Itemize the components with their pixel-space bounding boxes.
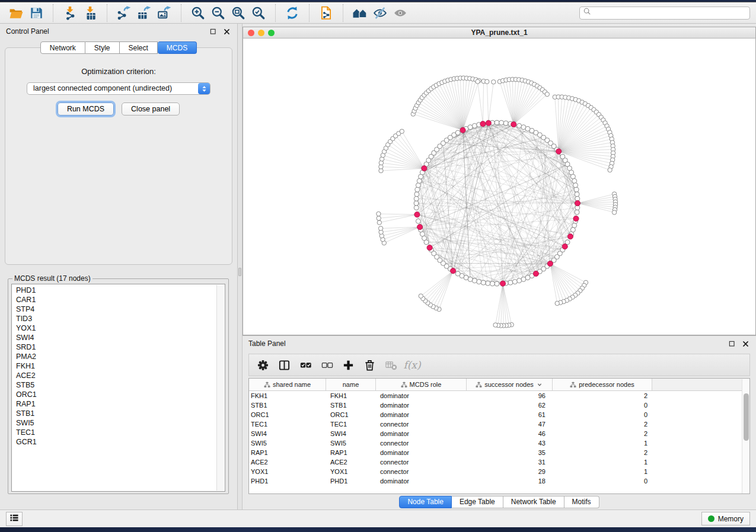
save-icon[interactable] [26, 4, 46, 22]
mcds-result-item[interactable]: YOX1 [16, 323, 216, 333]
tab-select[interactable]: Select [120, 41, 158, 54]
empty-boxes-icon[interactable] [318, 356, 336, 374]
float-table-panel-icon[interactable] [727, 339, 736, 348]
table-row[interactable]: TEC1TEC1connector472 [249, 419, 749, 429]
cell-predecessor-nodes: 0 [553, 411, 652, 418]
mcds-result-item[interactable]: PHD1 [16, 286, 216, 295]
cell-shared-name: STB1 [249, 402, 326, 409]
mcds-result-title: MCDS result (17 nodes) [12, 274, 92, 283]
mcds-result-item[interactable]: GCR1 [16, 437, 216, 447]
float-panel-icon[interactable] [208, 27, 218, 36]
cell-successor-nodes: 96 [467, 392, 553, 399]
export-network-icon[interactable] [114, 4, 134, 22]
eye-icon[interactable] [390, 4, 410, 22]
plus-icon[interactable] [339, 356, 357, 374]
table-row[interactable]: FKH1FKH1dominator962 [249, 391, 749, 400]
gear-icon[interactable] [254, 356, 272, 374]
mcds-result-item[interactable]: STB5 [16, 380, 216, 390]
task-history-button[interactable] [6, 512, 23, 526]
close-panel-icon[interactable] [222, 27, 231, 36]
cell-successor-nodes: 18 [467, 477, 553, 485]
tab-style[interactable]: Style [85, 41, 120, 54]
table-row[interactable]: ACE2ACE2connector311 [249, 457, 749, 467]
cell-MCDS-role: dominator [376, 430, 467, 437]
table-row[interactable]: YOX1YOX1connector291 [249, 467, 749, 476]
cell-successor-nodes: 46 [467, 430, 553, 437]
import-table-icon[interactable] [80, 4, 100, 22]
import-network-icon[interactable] [60, 4, 80, 22]
mcds-result-item[interactable]: PMA2 [16, 352, 216, 361]
export-table-icon[interactable] [134, 4, 154, 22]
eye-slash-icon[interactable] [370, 4, 390, 22]
table-row[interactable]: SWI5SWI5connector431 [249, 438, 749, 448]
toolbar-group [275, 4, 302, 22]
table-tabs: Node TableEdge TableNetwork TableMotifs [243, 494, 756, 509]
table-panel-title: Table Panel [248, 339, 286, 348]
open-icon[interactable] [6, 4, 26, 22]
mcds-result-item[interactable]: SRD1 [16, 342, 216, 352]
memory-button[interactable]: Memory [701, 512, 750, 525]
cell-name: ORC1 [326, 411, 376, 418]
share-document-icon[interactable] [316, 4, 336, 22]
mcds-result-item[interactable]: SWI4 [16, 333, 216, 342]
table-header-row: shared namenameMCDS rolesuccessor nodesp… [249, 379, 749, 391]
tab-edge-table[interactable]: Edge Table [452, 496, 503, 508]
mcds-result-item[interactable]: ACE2 [16, 371, 216, 380]
table-row[interactable]: ORC1ORC1dominator610 [249, 410, 749, 419]
mcds-result-item[interactable]: STP4 [16, 305, 216, 314]
close-panel-button[interactable]: Close panel [122, 102, 180, 116]
column-header-MCDS-role[interactable]: MCDS role [376, 379, 467, 390]
close-table-panel-icon[interactable] [741, 339, 750, 348]
column-header-name[interactable]: name [326, 379, 376, 390]
check-boxes-icon[interactable] [296, 356, 314, 374]
mcds-result-item[interactable]: RAP1 [16, 399, 216, 409]
cell-name: ACE2 [326, 459, 376, 466]
tab-network-table[interactable]: Network Table [503, 496, 564, 508]
table-toolbar: f(x) [248, 354, 750, 376]
zoom-selected-icon[interactable] [248, 4, 269, 22]
optimization-criterion-select[interactable]: largest connected component (undirected) [27, 82, 210, 95]
panel-splitter[interactable] [237, 24, 243, 509]
table-row[interactable]: RAP1RAP1dominator352 [249, 448, 749, 457]
network-canvas[interactable] [243, 39, 756, 335]
mcds-result-item[interactable]: TEC1 [16, 428, 216, 437]
tab-mcds[interactable]: MCDS [158, 41, 197, 54]
toolbar-group [343, 4, 410, 22]
network-window-titlebar: YPA_prune.txt_1 [243, 27, 756, 39]
cell-shared-name: SWI4 [249, 430, 326, 437]
tab-motifs[interactable]: Motifs [564, 496, 599, 508]
mcds-result-item[interactable]: FKH1 [16, 361, 216, 371]
refresh-icon[interactable] [282, 4, 302, 22]
cell-predecessor-nodes: 2 [553, 449, 652, 456]
table-row[interactable]: SWI4SWI4dominator462 [249, 429, 749, 438]
column-header-shared-name[interactable]: shared name [249, 379, 326, 390]
mcds-result-item[interactable]: ORC1 [16, 390, 216, 399]
tab-node-table[interactable]: Node Table [399, 496, 452, 508]
mcds-list-scrollbar[interactable] [216, 285, 224, 491]
table-row[interactable]: PHD1PHD1dominator180 [249, 476, 749, 486]
table-scrollbar[interactable] [742, 379, 749, 493]
cell-MCDS-role: connector [376, 440, 467, 447]
trash-icon[interactable] [361, 356, 378, 374]
mcds-result-item[interactable]: CAR1 [16, 295, 216, 305]
search-icon [583, 7, 592, 18]
network-graph[interactable] [243, 39, 755, 335]
cell-predecessor-nodes: 1 [553, 440, 652, 447]
mcds-result-item[interactable]: STB1 [16, 409, 216, 418]
mcds-result-list[interactable]: PHD1CAR1STP4TID3YOX1SWI4SRD1PMA2FKH1ACE2… [11, 284, 225, 492]
zoom-fit-icon[interactable] [228, 4, 248, 22]
mcds-result-item[interactable]: TID3 [16, 314, 216, 323]
houses-icon[interactable] [350, 4, 370, 22]
zoom-in-icon[interactable] [188, 4, 208, 22]
table-row[interactable]: STB1STB1dominator620 [249, 400, 749, 410]
columns-icon[interactable] [275, 356, 293, 374]
search-input[interactable] [592, 8, 747, 18]
zoom-out-icon[interactable] [208, 4, 228, 22]
tab-network[interactable]: Network [40, 41, 85, 54]
export-image-icon[interactable] [154, 4, 174, 22]
run-mcds-button[interactable]: Run MCDS [58, 102, 114, 116]
mcds-result-item[interactable]: SWI5 [16, 418, 216, 428]
column-header-successor-nodes[interactable]: successor nodes [467, 379, 553, 390]
column-header-predecessor-nodes[interactable]: predecessor nodes [553, 379, 652, 390]
control-panel-tabs: NetworkStyleSelectMCDS [0, 41, 237, 54]
